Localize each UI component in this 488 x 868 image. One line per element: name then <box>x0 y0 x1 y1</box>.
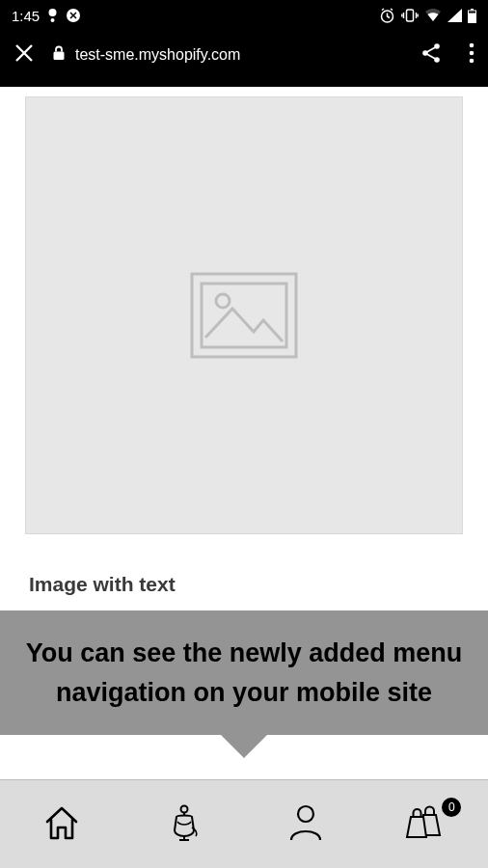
url-text: test-sme.myshopify.com <box>75 46 240 64</box>
bottom-navigation: 0 <box>0 779 488 868</box>
status-left: 1:45 <box>12 8 81 24</box>
image-placeholder-icon <box>190 272 298 359</box>
svg-point-1 <box>51 18 55 22</box>
mannequin-icon <box>163 801 205 844</box>
alarm-icon <box>379 8 395 24</box>
section-heading: Image with text <box>29 573 488 596</box>
svg-rect-7 <box>469 11 475 13</box>
svg-rect-8 <box>54 52 65 61</box>
cell-icon <box>447 9 462 22</box>
instruction-tooltip: You can see the newly added menu navigat… <box>0 610 488 735</box>
nav-cart[interactable]: 0 <box>405 803 447 846</box>
exclaim-icon <box>47 9 58 22</box>
svg-rect-16 <box>202 284 286 347</box>
home-icon <box>41 801 83 844</box>
nav-home[interactable] <box>41 801 83 848</box>
svg-point-0 <box>49 9 57 16</box>
close-icon[interactable] <box>14 42 35 68</box>
svg-point-19 <box>298 806 313 822</box>
browser-chrome: test-sme.myshopify.com <box>0 31 488 87</box>
tooltip-text: You can see the newly added menu navigat… <box>6 634 482 712</box>
nav-catalog[interactable] <box>163 801 205 848</box>
url-bar[interactable]: test-sme.myshopify.com <box>52 45 403 65</box>
android-status-bar: 1:45 <box>0 0 488 31</box>
cart-badge: 0 <box>442 798 461 817</box>
svg-rect-4 <box>407 10 414 21</box>
svg-point-12 <box>470 43 474 48</box>
svg-rect-15 <box>192 274 296 357</box>
vibrate-icon <box>401 8 419 23</box>
image-placeholder <box>25 96 463 534</box>
status-right <box>379 8 476 24</box>
share-icon[interactable] <box>420 42 442 68</box>
avast-icon <box>66 8 81 23</box>
nav-account[interactable] <box>286 801 325 848</box>
person-icon <box>286 801 325 844</box>
svg-point-17 <box>216 294 230 308</box>
svg-point-18 <box>181 805 188 812</box>
clock: 1:45 <box>12 8 40 24</box>
wifi-icon <box>424 9 442 22</box>
overflow-menu-icon[interactable] <box>469 42 474 68</box>
svg-point-13 <box>470 51 474 56</box>
svg-rect-6 <box>471 9 474 11</box>
svg-point-14 <box>470 59 474 64</box>
battery-icon <box>468 9 476 23</box>
lock-icon <box>52 45 66 65</box>
